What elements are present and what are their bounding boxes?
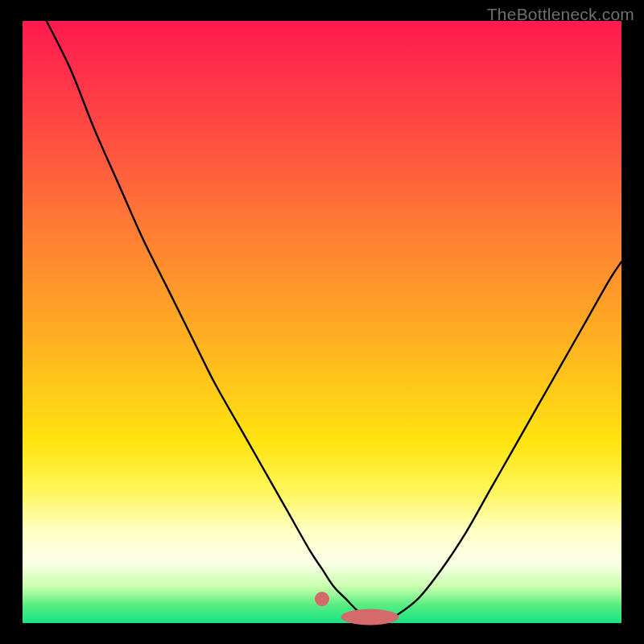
chart-frame: TheBottleneck.com xyxy=(0,0,644,644)
curve-layer xyxy=(23,21,621,623)
plot-area xyxy=(23,21,621,623)
bottleneck-curve xyxy=(47,21,621,623)
marker-dot xyxy=(315,592,329,606)
marker-blob xyxy=(341,609,399,625)
